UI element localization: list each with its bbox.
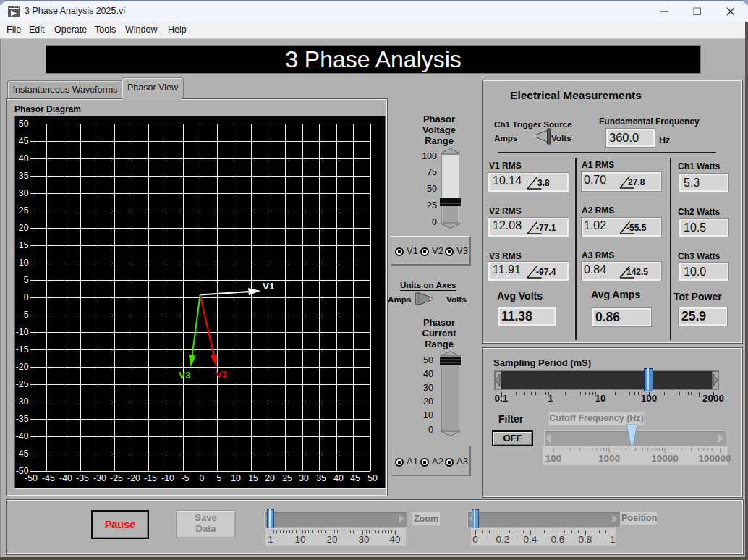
svg-text:-25: -25 [110,473,123,483]
svg-text:-20: -20 [16,362,29,372]
svg-text:40: 40 [333,473,344,483]
svg-text:-15: -15 [16,344,29,355]
svg-text:-35: -35 [76,473,89,483]
svg-text:40: 40 [19,153,29,164]
svg-text:-40: -40 [59,473,72,483]
svg-text:50: 50 [19,119,29,129]
svg-text:-45: -45 [42,473,55,483]
svg-text:-20: -20 [127,473,140,483]
svg-text:25: 25 [282,473,292,483]
svg-text:20: 20 [19,223,29,233]
svg-text:-35: -35 [16,414,29,424]
svg-text:-25: -25 [16,379,29,389]
svg-text:45: 45 [19,136,29,146]
svg-text:15: 15 [19,240,29,250]
svg-text:V2: V2 [216,369,228,380]
svg-text:-5: -5 [182,473,190,483]
svg-text:-5: -5 [21,310,29,320]
svg-text:V3: V3 [179,370,191,381]
svg-text:-10: -10 [161,473,174,483]
svg-text:45: 45 [350,473,360,483]
svg-text:25: 25 [19,205,29,216]
svg-text:-50: -50 [25,473,38,483]
svg-text:-10: -10 [16,327,29,337]
svg-text:5: 5 [24,275,29,285]
svg-text:35: 35 [19,171,29,181]
svg-text:0: 0 [24,292,29,302]
svg-text:0: 0 [200,473,205,483]
svg-text:15: 15 [248,473,258,483]
svg-text:10: 10 [231,473,241,483]
svg-text:-45: -45 [16,449,29,459]
svg-text:10: 10 [19,258,29,268]
svg-text:-30: -30 [93,473,106,483]
svg-text:V1: V1 [263,281,275,292]
svg-text:-30: -30 [16,396,29,407]
svg-text:-40: -40 [16,431,29,441]
svg-text:20: 20 [265,473,275,483]
svg-text:5: 5 [217,473,222,483]
svg-text:35: 35 [316,473,326,483]
svg-text:50: 50 [367,473,378,483]
svg-text:30: 30 [299,473,309,483]
svg-text:30: 30 [19,188,29,198]
svg-text:-15: -15 [144,473,157,483]
